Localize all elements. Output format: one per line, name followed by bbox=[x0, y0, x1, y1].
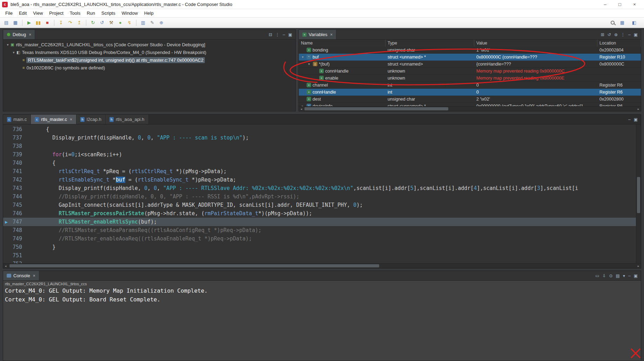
step-over-button[interactable]: ↷ bbox=[66, 19, 74, 27]
scrollbar-thumb[interactable] bbox=[9, 264, 379, 267]
maximize-icon[interactable]: ▣ bbox=[288, 32, 292, 37]
debug-tree-item[interactable]: ≡0x1002DB9C (no symbols are defined) bbox=[3, 64, 295, 71]
variable-row[interactable]: ▾*bufstruct <unnamed> *0x8000000C (connH… bbox=[299, 54, 641, 61]
step-into-button[interactable]: ↧ bbox=[57, 19, 65, 27]
scroll-left-icon[interactable]: ◂ bbox=[3, 264, 8, 268]
variable-row[interactable]: xconnHandleunknownMemory map prevented r… bbox=[299, 68, 641, 75]
menu-view[interactable]: View bbox=[30, 9, 46, 17]
maximize-icon[interactable]: ▣ bbox=[634, 32, 638, 37]
minimize-button[interactable]: – bbox=[598, 0, 612, 9]
scrollbar-thumb[interactable] bbox=[637, 177, 640, 213]
clear-console-icon[interactable]: ▭ bbox=[595, 273, 599, 278]
menu-tools[interactable]: Tools bbox=[67, 9, 83, 17]
column-header-name[interactable]: Name bbox=[299, 40, 385, 47]
variable-row[interactable]: xenableunknownMemory map prevented readi… bbox=[299, 75, 641, 82]
close-icon[interactable]: × bbox=[330, 32, 333, 37]
pin-console-icon[interactable]: ⊙ bbox=[609, 273, 613, 278]
open-perspective-icon[interactable]: ▦ bbox=[618, 19, 626, 27]
expander-icon[interactable]: ▾ bbox=[11, 50, 16, 54]
variable-row[interactable]: xdestunsigned char2 '\x02'0x20002800 bbox=[299, 96, 641, 103]
restart-button[interactable]: ↻ bbox=[89, 19, 97, 27]
view-menu-icon[interactable]: ⋮ bbox=[621, 32, 625, 37]
scroll-right-icon[interactable]: ▸ bbox=[636, 107, 641, 111]
memory-button[interactable]: ▥ bbox=[139, 19, 147, 27]
maximize-button[interactable]: □ bbox=[612, 0, 627, 9]
menu-scripts[interactable]: Scripts bbox=[98, 9, 119, 17]
search-icon[interactable] bbox=[611, 21, 615, 25]
tab-variables[interactable]: x Variables × bbox=[299, 30, 336, 39]
pin-button[interactable]: ⊕ bbox=[157, 19, 166, 27]
minimize-icon[interactable]: – bbox=[628, 117, 631, 122]
new-file-button[interactable]: ▤ bbox=[2, 19, 11, 27]
menu-run[interactable]: Run bbox=[83, 9, 98, 17]
refresh-button[interactable]: ↺ bbox=[98, 19, 106, 27]
menu-window[interactable]: Window bbox=[119, 9, 141, 17]
code-text: //Display_printf(dispHandle, 0, 0, "APP … bbox=[27, 192, 636, 201]
editor-tab-rtls_aoa_api-h[interactable]: hrtls_aoa_api.h bbox=[106, 115, 149, 124]
scroll-right-icon[interactable]: ▸ bbox=[636, 264, 641, 268]
console-subtitle: rtls_master_CC26X2R1_LAUNCHXL_tirtos_ccs bbox=[3, 281, 641, 286]
expander-icon[interactable]: ▾ bbox=[5, 43, 10, 47]
maximize-icon[interactable]: ▣ bbox=[634, 273, 638, 278]
build-button[interactable]: ⚒ bbox=[107, 19, 115, 27]
editor-vscrollbar[interactable] bbox=[636, 124, 641, 263]
variable-row[interactable]: xconnHandleint0Register R6 bbox=[299, 89, 641, 96]
scroll-lock-icon[interactable]: ⇩ bbox=[602, 273, 606, 278]
debug-tree-item[interactable]: ▾◧Texas Instruments XDS110 USB Debug Pro… bbox=[3, 48, 295, 56]
expander-icon[interactable]: ▾ bbox=[307, 62, 311, 66]
editor-tab-l2cap-h[interactable]: hl2cap.h bbox=[76, 115, 106, 124]
column-header-type[interactable]: Type bbox=[385, 40, 474, 47]
refresh-icon[interactable]: ↺ bbox=[608, 32, 611, 37]
edit-button[interactable]: ✎ bbox=[148, 19, 156, 27]
debug-panel-toolbar: ⊟⋮–▣ bbox=[269, 30, 295, 39]
tab-console[interactable]: Console × bbox=[3, 271, 39, 280]
resume-button[interactable]: ▶ bbox=[25, 19, 33, 27]
code-editor[interactable]: 736 {737 Display_printf(dispHandle, 0, 0… bbox=[3, 124, 641, 268]
menu-file[interactable]: File bbox=[2, 9, 16, 17]
maximize-icon[interactable]: ▣ bbox=[634, 117, 638, 122]
debug-tree-item[interactable]: ≡RTLSMaster_taskFxn$2(unsigned int, unsi… bbox=[3, 56, 295, 64]
debug-perspective-icon[interactable]: ◧ bbox=[630, 19, 638, 27]
flash-button[interactable]: ↯ bbox=[125, 19, 134, 27]
debug-button[interactable]: ● bbox=[116, 19, 125, 27]
minimize-icon[interactable]: – bbox=[628, 273, 631, 278]
close-button[interactable]: × bbox=[627, 0, 642, 9]
variable-row[interactable]: xchannelint0Register R6 bbox=[299, 82, 641, 89]
close-icon[interactable]: × bbox=[29, 32, 31, 37]
tab-debug[interactable]: Debug × bbox=[3, 30, 35, 39]
menu-edit[interactable]: Edit bbox=[16, 9, 30, 17]
variable-row[interactable]: ▾{}*(buf)struct <unnamed>{connHandle=???… bbox=[299, 61, 641, 68]
menu-project[interactable]: Project bbox=[46, 9, 66, 17]
variable-row[interactable]: xbondingunsigned char1 '\x01'0x20002804 bbox=[299, 47, 641, 54]
file-icon: c bbox=[7, 117, 11, 122]
display-selected-console-icon[interactable]: ▤ bbox=[616, 273, 620, 278]
add-expression-icon[interactable]: ⊕ bbox=[614, 32, 618, 37]
expander-icon[interactable]: ▾ bbox=[300, 55, 305, 59]
collapse-all-icon[interactable]: ⊟ bbox=[269, 32, 272, 37]
editor-tab-rtls_master-c[interactable]: crtls_master.c× bbox=[31, 115, 76, 124]
show-type-names-icon[interactable]: ⊞ bbox=[601, 32, 604, 37]
scrollbar-thumb[interactable] bbox=[304, 107, 448, 110]
debug-tree-item[interactable]: ▾▣rtls_master_CC26X2R1_LAUNCHXL_tirtos_c… bbox=[3, 41, 295, 48]
terminate-button[interactable]: ■ bbox=[43, 19, 52, 27]
column-header-value[interactable]: Value bbox=[474, 40, 597, 47]
view-menu-icon[interactable]: ⋮ bbox=[275, 32, 280, 37]
open-console-icon[interactable]: ▾ bbox=[623, 273, 625, 278]
suspend-button[interactable]: ▮▮ bbox=[34, 19, 42, 27]
scroll-left-icon[interactable]: ◂ bbox=[299, 107, 304, 111]
step-return-button[interactable]: ↥ bbox=[75, 19, 83, 27]
console-panel-toolbar: ▭⇩⊙▤▾–▣ bbox=[595, 271, 641, 280]
variable-name: *(buf) bbox=[319, 62, 330, 67]
console-output[interactable]: rtls_master_CC26X2R1_LAUNCHXL_tirtos_ccs… bbox=[3, 281, 641, 361]
editor-hscrollbar[interactable]: ◂ ▸ bbox=[3, 263, 641, 268]
close-icon[interactable]: × bbox=[70, 117, 72, 122]
column-header-location[interactable]: Location bbox=[597, 40, 641, 47]
close-icon[interactable]: × bbox=[33, 273, 35, 278]
minimize-icon[interactable]: – bbox=[628, 32, 631, 37]
menu-help[interactable]: Help bbox=[141, 9, 157, 17]
minimize-icon[interactable]: – bbox=[283, 32, 285, 37]
editor-tab-main-c[interactable]: cmain.c bbox=[3, 115, 31, 124]
variables-table-body: xbondingunsigned char1 '\x01'0x20002804▾… bbox=[299, 47, 641, 111]
save-button[interactable]: ▦ bbox=[11, 19, 20, 27]
variables-hscrollbar[interactable]: ◂ ▸ bbox=[299, 106, 641, 111]
